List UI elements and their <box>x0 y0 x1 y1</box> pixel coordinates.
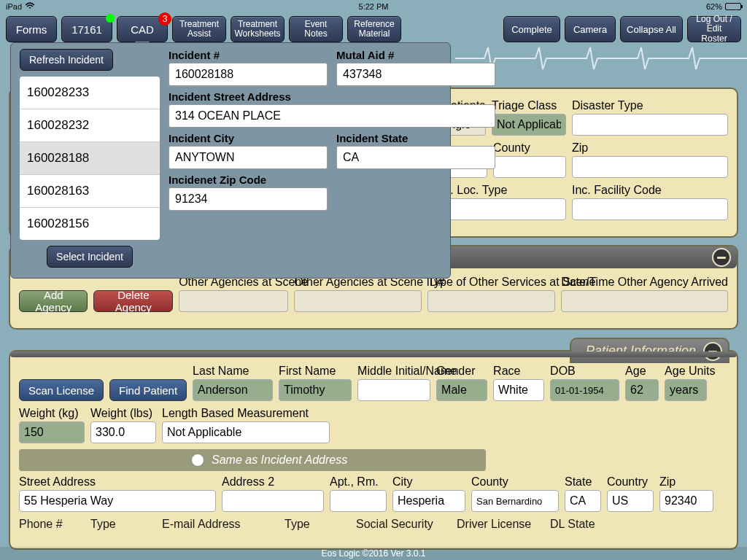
find-patient-button[interactable]: Find Patient <box>109 379 187 401</box>
collapse-icon[interactable] <box>712 248 731 267</box>
addr2-label: Address 2 <box>222 475 324 489</box>
p-country-field[interactable] <box>607 490 654 512</box>
collapse-all-button[interactable]: Collapse All <box>620 16 683 42</box>
triage-field[interactable] <box>492 114 566 136</box>
complete-button[interactable]: Complete <box>503 16 560 42</box>
inc-state-label: Incident State <box>336 132 495 144</box>
disaster-label: Disaster Type <box>572 99 728 112</box>
battery-pct: 62% <box>706 2 722 11</box>
cad-label: CAD <box>131 23 154 36</box>
incident-list-item[interactable]: 160028156 <box>20 208 160 240</box>
battery-icon <box>725 3 741 10</box>
p-state-label: State <box>565 475 601 489</box>
cad-button[interactable]: CAD 3 <box>117 16 168 42</box>
incident-list-item[interactable]: 160028188 <box>20 142 160 175</box>
age-field[interactable] <box>625 379 659 401</box>
inc-city-field[interactable] <box>169 146 328 169</box>
inc-zip-field[interactable] <box>169 187 328 211</box>
p-county-field[interactable] <box>471 490 559 512</box>
logout-button[interactable]: Log Out / Edit Roster <box>687 16 741 42</box>
cad-badge: 3 <box>158 12 171 26</box>
fac-code-field[interactable] <box>572 198 728 220</box>
add-agency-button[interactable]: Add Agency <box>19 290 88 312</box>
p-city-field[interactable] <box>392 490 465 512</box>
p-city-label: City <box>392 475 465 489</box>
weight-lbs-field[interactable] <box>90 421 156 443</box>
select-incident-button[interactable]: Select Incident <box>47 246 133 268</box>
inc-city-label: Incident City <box>169 132 328 144</box>
last-name-field[interactable] <box>193 379 273 401</box>
refresh-incident-button[interactable]: Refresh Incident <box>20 49 113 71</box>
email-type-label: Type <box>285 518 350 531</box>
same-as-incident-toggle[interactable]: Same as Incident Address <box>19 449 486 471</box>
p-state-field[interactable] <box>565 490 601 512</box>
addr2-field[interactable] <box>222 490 324 512</box>
same-addr-label: Same as Incident Address <box>212 454 347 467</box>
incident-list-item[interactable]: 160028232 <box>20 109 160 142</box>
other-agencies-id-field[interactable] <box>294 290 422 312</box>
incident-list: 160028233 160028232 160028188 160028163 … <box>20 77 160 240</box>
p-zip-label: Zip <box>659 475 713 489</box>
dob-field[interactable] <box>550 379 619 401</box>
patient-info-section: Patient Information Scan License Find Pa… <box>9 350 738 550</box>
p-apt-label: Apt., Rm. <box>330 475 387 489</box>
mutual-field[interactable] <box>336 63 495 86</box>
incident-id-text: 17161 <box>71 23 102 36</box>
ipad-status-bar: iPad 5:22 PM 62% <box>0 0 747 13</box>
fac-code-label: Inc. Facility Code <box>572 184 728 197</box>
phone-label: Phone # <box>19 518 85 531</box>
reference-material-button[interactable]: Reference Material <box>347 16 401 42</box>
forms-button[interactable]: Forms <box>6 16 57 42</box>
incident-id-button[interactable]: 17161 <box>61 16 112 42</box>
gender-field[interactable] <box>436 379 487 401</box>
length-label: Length Based Measurement <box>162 407 330 420</box>
dl-label: Driver License <box>457 518 544 531</box>
street-field[interactable] <box>19 490 216 512</box>
disaster-field[interactable] <box>572 114 728 136</box>
inc-street-label: Incident Street Address <box>169 90 495 103</box>
p-apt-field[interactable] <box>330 490 387 512</box>
ecg-trace-icon <box>455 44 747 73</box>
weight-lbs-label: Weight (lbs) <box>90 407 156 420</box>
patient-section-tab: Patient Information <box>570 338 729 363</box>
p-country-label: Country <box>607 475 654 489</box>
incident-list-item[interactable]: 160028163 <box>20 175 160 208</box>
triage-label: Triage Class <box>492 99 566 112</box>
wifi-icon <box>25 2 35 11</box>
weight-kg-field[interactable] <box>19 421 85 443</box>
ssn-label: Social Security <box>356 518 451 531</box>
cad-dropdown-panel: Refresh Incident 160028233 160028232 160… <box>10 42 451 279</box>
incident-list-item[interactable]: 160028233 <box>20 77 160 109</box>
radio-icon <box>191 454 204 467</box>
inc-no-field[interactable] <box>169 63 328 86</box>
other-services-type-field[interactable] <box>427 290 555 312</box>
inc-no-label: Incident # <box>169 49 328 61</box>
treatment-worksheets-button[interactable]: Treatment Worksheets <box>231 16 285 42</box>
scan-license-button[interactable]: Scan License <box>19 379 104 401</box>
county-field[interactable] <box>493 156 566 178</box>
clock: 5:22 PM <box>359 2 389 11</box>
agency-arrived-dt-field[interactable] <box>561 290 728 312</box>
gender-label: Gender <box>436 365 487 378</box>
zip-field[interactable] <box>572 156 728 178</box>
event-notes-button[interactable]: Event Notes <box>289 16 343 42</box>
email-label: E-mail Address <box>162 518 279 531</box>
inc-street-field[interactable] <box>169 104 495 128</box>
camera-button[interactable]: Camera <box>565 16 616 42</box>
first-name-field[interactable] <box>279 379 352 401</box>
footer-text: Eos Logic ©2016 Ver 3.0.1 <box>0 547 747 560</box>
delete-agency-button[interactable]: Delete Agency <box>93 290 173 312</box>
middle-name-field[interactable] <box>357 379 430 401</box>
middle-name-label: Middle Initial/Name <box>357 365 430 378</box>
phone-type-label: Type <box>90 518 156 531</box>
p-zip-field[interactable] <box>659 490 713 512</box>
mutual-label: Mutal Aid # <box>336 49 495 61</box>
age-units-field[interactable] <box>665 379 707 401</box>
other-agencies-field[interactable] <box>179 290 288 312</box>
race-field[interactable] <box>493 379 544 401</box>
inc-state-field[interactable] <box>336 146 495 169</box>
treatment-assist-button[interactable]: Treatment Assist <box>172 16 226 42</box>
status-dot-icon <box>106 14 115 23</box>
age-label: Age <box>625 365 659 378</box>
length-field[interactable] <box>162 421 330 443</box>
